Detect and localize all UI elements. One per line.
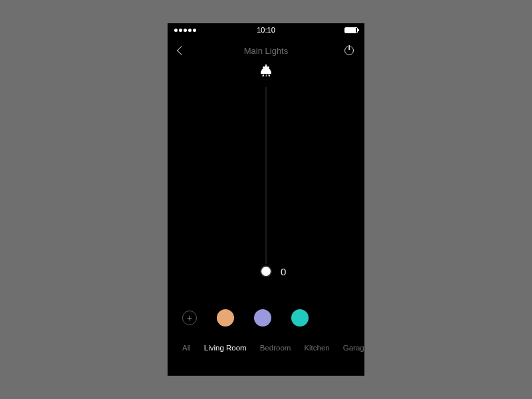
- slider-handle[interactable]: [261, 267, 271, 276]
- slider-value: 0: [281, 266, 286, 277]
- color-swatch[interactable]: [291, 309, 309, 327]
- color-swatch[interactable]: [217, 309, 234, 327]
- add-color-button[interactable]: +: [182, 311, 197, 325]
- room-tab-garage[interactable]: Garage: [343, 344, 364, 352]
- room-tab-living-room[interactable]: Living Room: [204, 344, 247, 352]
- phone-frame: 10:10 Main Lights 0 + All Living Room Be…: [168, 23, 364, 376]
- status-time: 10:10: [168, 26, 364, 34]
- color-swatch[interactable]: [254, 309, 271, 327]
- brightness-slider[interactable]: 0: [168, 87, 364, 291]
- slider-track: [266, 87, 267, 273]
- device-icon-wrap: [168, 66, 364, 78]
- plus-icon: +: [187, 313, 192, 323]
- page-title: Main Lights: [168, 46, 364, 56]
- color-row: +: [168, 309, 364, 327]
- nav-bar: Main Lights: [168, 37, 364, 59]
- room-tab-kitchen[interactable]: Kitchen: [304, 344, 329, 352]
- status-bar: 10:10: [168, 23, 364, 37]
- room-tab-all[interactable]: All: [182, 344, 191, 352]
- room-tab-bedroom[interactable]: Bedroom: [260, 344, 291, 352]
- power-icon[interactable]: [344, 46, 354, 55]
- room-tabs: All Living Room Bedroom Kitchen Garage: [168, 344, 364, 352]
- lamp-icon: [259, 66, 273, 78]
- battery-icon: [344, 27, 358, 33]
